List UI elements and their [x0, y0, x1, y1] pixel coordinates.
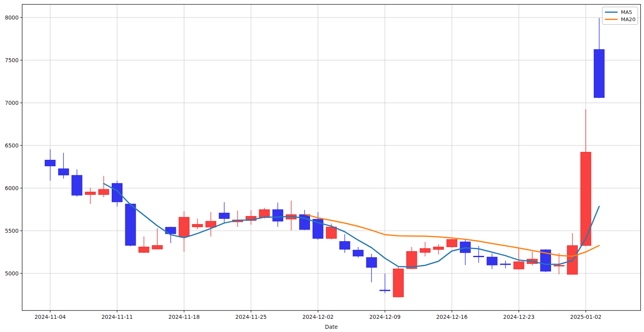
candle-body: [487, 257, 497, 265]
candle-body: [58, 169, 69, 175]
candle-body: [514, 262, 524, 269]
candle-body: [326, 227, 336, 238]
legend-label-ma5: MA5: [621, 10, 632, 15]
y-tick-label: 5500: [5, 228, 18, 234]
candle-body: [219, 213, 229, 218]
y-tick-label: 6000: [5, 185, 18, 191]
x-tick-label: 2024-11-25: [235, 314, 267, 320]
x-tick-label: 2024-12-16: [436, 314, 467, 320]
candle-body: [366, 257, 377, 267]
candle-body: [433, 247, 444, 249]
legend-item-ma20: MA20: [605, 17, 634, 22]
candle-body: [192, 224, 203, 227]
candle-body: [447, 240, 457, 247]
candle-body: [112, 183, 122, 202]
candle-body: [152, 246, 162, 249]
y-tick-label: 5000: [5, 270, 18, 277]
x-axis-label: Date: [325, 324, 338, 330]
y-tick-label: 7000: [5, 100, 18, 106]
candle-body: [139, 247, 149, 252]
x-tick-label: 2024-11-04: [34, 314, 65, 320]
legend-label-ma20: MA20: [621, 17, 636, 22]
candle-body: [299, 214, 310, 230]
x-tick-label: 2024-11-18: [168, 314, 200, 320]
candle-body: [259, 210, 270, 218]
candle-body: [393, 269, 403, 297]
x-tick-label: 2024-12-09: [369, 314, 400, 320]
candle-body: [380, 290, 390, 291]
candle-body: [340, 242, 350, 249]
x-tick-label: 2024-11-11: [101, 314, 132, 320]
candle-body: [99, 189, 109, 194]
candle-body: [205, 221, 216, 227]
candle-body: [125, 204, 136, 246]
legend-item-ma5: MA5: [605, 10, 634, 15]
x-tick-label: 2025-01-02: [570, 314, 601, 320]
candle-body: [179, 217, 189, 236]
candle-body: [45, 160, 55, 166]
ma20-line-icon: [605, 19, 618, 20]
y-tick-label: 6500: [5, 142, 18, 149]
candle-body: [72, 175, 82, 195]
candle-body: [353, 250, 363, 256]
candle-body: [85, 192, 95, 195]
x-tick-label: 2024-12-02: [302, 314, 334, 320]
y-tick-label: 8000: [5, 14, 18, 21]
candle-body: [420, 248, 430, 252]
x-tick-label: 2024-12-23: [503, 314, 534, 320]
y-tick-label: 7500: [5, 57, 18, 63]
candle-body: [581, 152, 591, 246]
chart-figure: 50005500600065007000750080002024-11-0420…: [0, 0, 644, 332]
legend[interactable]: MA5 MA20: [602, 7, 638, 25]
candle-body: [500, 264, 511, 265]
candle-body: [554, 265, 564, 266]
candlestick-chart: 50005500600065007000750080002024-11-0420…: [0, 0, 644, 332]
ma5-line-icon: [605, 12, 618, 13]
candle-body: [273, 210, 283, 221]
candle-body: [594, 49, 604, 98]
candle-body: [474, 256, 484, 257]
